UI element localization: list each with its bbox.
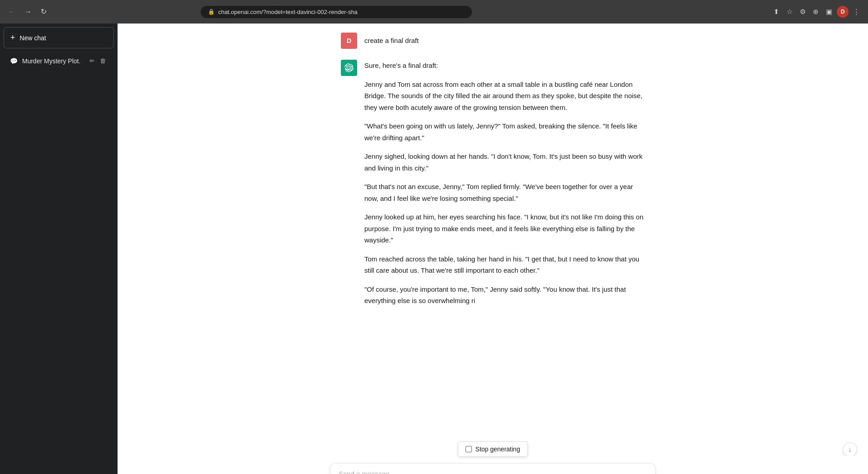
message-input[interactable] — [330, 463, 656, 474]
more-options-button[interactable]: ··· — [641, 470, 650, 474]
edit-chat-button[interactable]: ✏ — [88, 57, 96, 65]
browser-profile-avatar[interactable]: D — [837, 6, 849, 18]
stop-generating-container: Stop generating — [458, 441, 528, 457]
ai-para-3: Jenny sighed, looking down at her hands.… — [364, 151, 645, 174]
chat-history-label: Murder Mystery Plot. — [22, 57, 83, 65]
sidebar: + New chat 💬 Murder Mystery Plot. ✏ 🗑 👤 … — [0, 24, 118, 474]
new-chat-button[interactable]: + New chat — [4, 27, 114, 48]
share-button[interactable]: ⬆ — [771, 6, 782, 18]
user-avatar: D — [341, 33, 357, 49]
ai-para-4: "But that's not an excuse, Jenny," Tom r… — [364, 181, 645, 204]
sidebar-bottom: 👤 Upgrade to Plus NEW — [4, 470, 114, 474]
message-container: D create a final draft Sure, here's a fi… — [330, 33, 656, 307]
scroll-to-bottom-button[interactable]: ↓ — [843, 442, 857, 457]
url-text: chat.openai.com/?model=text-davinci-002-… — [218, 9, 358, 15]
ai-para-5: Jenny looked up at him, her eyes searchi… — [364, 211, 645, 246]
ai-message-content: Sure, here's a final draft: Jenny and To… — [364, 60, 645, 307]
chat-item-actions: ✏ 🗑 — [88, 57, 108, 65]
reload-button[interactable]: ↻ — [38, 6, 49, 17]
ai-avatar — [341, 60, 357, 76]
sidebar-item-murder-mystery[interactable]: 💬 Murder Mystery Plot. ✏ 🗑 — [4, 52, 114, 70]
new-chat-label: New chat — [20, 34, 46, 42]
ai-intro-text: Sure, here's a final draft: — [364, 60, 645, 71]
browser-actions: ⬆ ☆ ⚙ ⊕ ▣ D ⋮ — [771, 6, 863, 18]
bookmark-button[interactable]: ☆ — [784, 6, 795, 18]
main-chat-area: D create a final draft Sure, here's a fi… — [118, 24, 868, 474]
delete-chat-button[interactable]: 🗑 — [98, 57, 108, 65]
ai-para-2: "What's been going on with us lately, Je… — [364, 120, 645, 143]
stop-generating-button[interactable]: Stop generating — [458, 441, 528, 457]
ai-para-6: Tom reached across the table, taking her… — [364, 253, 645, 276]
user-message-text: create a final draft — [364, 33, 419, 46]
stop-checkbox-icon — [466, 446, 472, 452]
chat-scroll-area[interactable]: D create a final draft Sure, here's a fi… — [118, 24, 868, 474]
browser-chrome: ← → ↻ 🔒 chat.openai.com/?model=text-davi… — [0, 0, 868, 24]
browser-ext1-button[interactable]: ⊕ — [810, 6, 821, 18]
ai-para-1: Jenny and Tom sat across from each other… — [364, 79, 645, 114]
back-button[interactable]: ← — [5, 6, 18, 17]
plus-icon: + — [10, 33, 15, 43]
browser-tab-button[interactable]: ▣ — [823, 6, 835, 18]
ai-para-7: "Of course, you're important to me, Tom,… — [364, 284, 645, 307]
ai-message: Sure, here's a final draft: Jenny and To… — [341, 60, 645, 307]
user-message: D create a final draft — [341, 33, 645, 49]
address-bar[interactable]: 🔒 chat.openai.com/?model=text-davinci-00… — [201, 6, 472, 18]
forward-button[interactable]: → — [22, 6, 34, 17]
browser-menu-button[interactable]: ⋮ — [850, 6, 863, 18]
lock-icon: 🔒 — [208, 9, 215, 15]
stop-generating-label: Stop generating — [476, 446, 520, 453]
upgrade-to-plus-button[interactable]: 👤 Upgrade to Plus NEW — [4, 470, 114, 474]
input-wrapper: ··· — [330, 463, 656, 474]
more-options-icon: ··· — [642, 472, 648, 474]
chat-history-icon: 💬 — [10, 57, 18, 65]
extensions-button[interactable]: ⚙ — [797, 6, 808, 18]
openai-logo-icon — [344, 63, 354, 72]
input-area: ··· — [118, 456, 868, 474]
